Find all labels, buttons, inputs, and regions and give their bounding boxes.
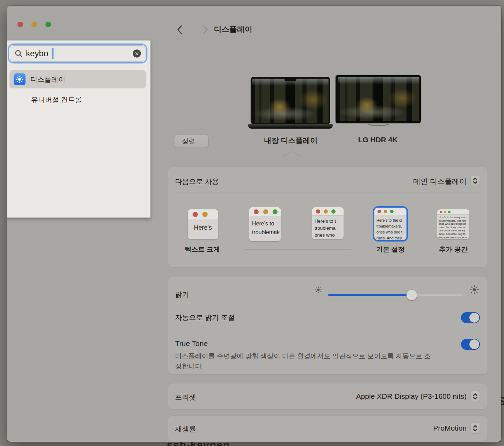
search-icon xyxy=(15,50,23,58)
search-result-label: 유니버설 컨트롤 xyxy=(31,95,82,105)
sun-large-icon xyxy=(469,285,479,295)
refresh-rate-dropdown[interactable] xyxy=(470,423,480,434)
scaling-option-more-space[interactable]: Here's to the crazy one troublemakers. T… xyxy=(437,209,469,239)
brightness-label: 밝기 xyxy=(175,290,189,299)
forward-chevron-icon[interactable] xyxy=(200,24,210,36)
true-tone-description: 디스플레이를 주변광에 맞춰 색상이 다른 환경에서도 일관적으로 보이도록 자… xyxy=(175,351,434,371)
system-settings-window: ✕ 디스플레이 유니버설 컨트롤 xyxy=(7,6,501,442)
row-divider xyxy=(175,193,484,193)
monitor-stand xyxy=(366,119,391,126)
scaling-option-larger-text[interactable]: Here's xyxy=(188,209,218,239)
selected-display-pointer xyxy=(282,151,301,157)
preset-label: 프리셋 xyxy=(175,393,196,402)
sun-small-icon xyxy=(315,286,322,293)
builtin-display-label: 내장 디스플레이 xyxy=(251,136,330,145)
external-display-thumbnail[interactable] xyxy=(336,75,421,123)
preset-group: 프리셋 Apple XDR Display (P3-1600 nits) xyxy=(168,383,487,410)
brightness-slider-knob[interactable] xyxy=(406,290,417,300)
text-caret xyxy=(52,48,53,59)
brightness-group: 밝기 xyxy=(168,276,487,375)
refresh-rate-group: 재생률 ProMotion xyxy=(168,415,487,441)
scaling-option-2[interactable]: Here's to troublemak xyxy=(249,207,281,241)
sidebar-divider xyxy=(153,6,153,442)
scaling-option-default[interactable]: Here's to the cr troublemakers. ones who… xyxy=(374,208,406,240)
use-as-group: 다음으로 사용 메인 디스플레이 Here's Here's to troubl… xyxy=(168,167,487,268)
external-display-label: LG HDR 4K xyxy=(338,136,417,144)
true-tone-label: True Tone xyxy=(175,339,208,348)
scaling-option-3[interactable]: Here's to t troublema ones who xyxy=(312,207,344,239)
true-tone-toggle[interactable] xyxy=(461,339,480,350)
minimize-window-button[interactable] xyxy=(31,22,37,27)
display-brightness-icon xyxy=(14,73,26,85)
brightness-slider-fill xyxy=(328,294,412,296)
auto-brightness-label: 자동으로 밝기 조절 xyxy=(175,313,235,322)
scaling-label-more-space: 추가 공간 xyxy=(427,245,480,254)
auto-brightness-toggle[interactable] xyxy=(461,312,480,323)
close-window-button[interactable] xyxy=(17,22,23,27)
scaling-label-default: 기본 설정 xyxy=(364,245,417,254)
search-result-label: 디스플레이 xyxy=(30,75,65,84)
row-divider xyxy=(175,304,484,304)
preset-value: Apple XDR Display (P3-1600 nits) xyxy=(356,392,467,401)
use-as-label: 다음으로 사용 xyxy=(175,177,219,186)
zoom-window-button[interactable] xyxy=(45,22,51,27)
search-input[interactable] xyxy=(26,49,120,58)
row-divider xyxy=(175,331,484,331)
refresh-rate-value: ProMotion xyxy=(433,424,467,432)
search-result-universal-control[interactable]: 유니버설 컨트롤 xyxy=(9,92,146,107)
back-chevron-icon[interactable] xyxy=(175,24,185,36)
brightness-slider-track[interactable] xyxy=(328,294,463,296)
use-as-dropdown[interactable] xyxy=(470,175,480,186)
wallpaper-forest xyxy=(252,79,329,123)
scaling-track-line xyxy=(245,249,351,250)
laptop-base xyxy=(248,124,333,129)
arrange-button[interactable]: 정렬... xyxy=(174,135,209,148)
page-title: 디스플레이 xyxy=(214,24,252,35)
search-result-display[interactable]: 디스플레이 xyxy=(9,70,146,88)
scaling-label-larger-text: 텍스트 크게 xyxy=(176,245,229,254)
laptop-notch xyxy=(285,79,296,81)
wallpaper-forest xyxy=(338,77,419,121)
search-results-popover: ✕ 디스플레이 유니버설 컨트롤 xyxy=(7,40,151,218)
search-field[interactable]: ✕ xyxy=(10,45,145,62)
builtin-display-thumbnail[interactable] xyxy=(251,77,330,124)
search-field-focus-ring: ✕ xyxy=(8,44,147,63)
use-as-value: 메인 디스플레이 xyxy=(413,177,467,186)
clear-search-icon[interactable]: ✕ xyxy=(133,50,141,58)
section-divider xyxy=(153,157,501,157)
refresh-rate-label: 재생률 xyxy=(175,424,196,434)
preset-dropdown[interactable] xyxy=(470,391,480,402)
